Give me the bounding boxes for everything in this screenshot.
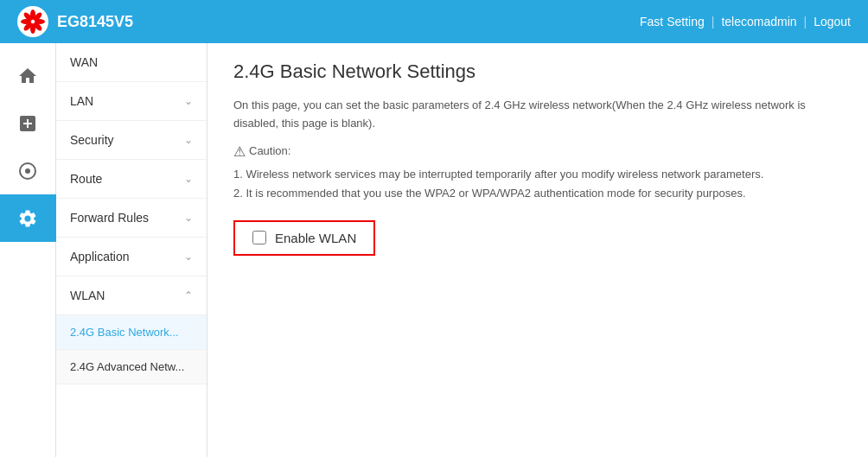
submenu-label-2g-basic: 2.4G Basic Network... <box>70 326 179 339</box>
sidebar-icon-settings[interactable] <box>0 194 56 242</box>
home-icon <box>17 66 38 86</box>
menu-label-wan: WAN <box>70 55 98 69</box>
fast-setting-link[interactable]: Fast Setting <box>640 15 705 29</box>
caution-item-1: 1. Wireless network services may be inte… <box>233 165 842 184</box>
sidebar-icon-home[interactable] <box>0 52 56 99</box>
header: EG8145V5 Fast Setting | telecomadmin | L… <box>0 0 868 43</box>
menu-item-forward-rules[interactable]: Forward Rules ⌄ <box>56 199 207 238</box>
enable-wlan-box[interactable]: Enable WLAN <box>233 220 375 256</box>
chevron-down-icon: ⌄ <box>184 251 193 263</box>
sidebar-icon-monitor[interactable] <box>0 147 56 194</box>
main-layout: WAN LAN ⌄ Security ⌄ Route ⌄ Forward Rul… <box>0 43 868 457</box>
menu-item-security[interactable]: Security ⌄ <box>56 121 207 160</box>
description-text: On this page, you can set the basic para… <box>233 97 842 133</box>
page-title: 2.4G Basic Network Settings <box>233 60 842 83</box>
menu-label-route: Route <box>70 172 102 186</box>
warning-icon: ⚠ <box>233 140 246 163</box>
main-content: 2.4G Basic Network Settings On this page… <box>207 43 868 457</box>
chevron-down-icon: ⌄ <box>184 134 193 146</box>
caution-title: ⚠ Caution: <box>233 140 842 163</box>
menu-item-application[interactable]: Application ⌄ <box>56 238 207 276</box>
menu-item-lan[interactable]: LAN ⌄ <box>56 82 207 121</box>
chevron-down-icon: ⌄ <box>184 95 193 107</box>
menu-label-forward-rules: Forward Rules <box>70 211 149 225</box>
enable-wlan-label[interactable]: Enable WLAN <box>275 231 356 245</box>
logo-text: EG8145V5 <box>57 13 133 31</box>
menu-item-wan[interactable]: WAN <box>56 43 207 82</box>
nav-divider-1: | <box>712 15 715 29</box>
menu-label-security: Security <box>70 133 114 147</box>
caution-block: ⚠ Caution: 1. Wireless network services … <box>233 140 842 203</box>
monitor-icon <box>17 161 38 181</box>
chevron-down-icon: ⌄ <box>184 173 193 185</box>
chevron-up-icon: ⌃ <box>184 289 193 301</box>
header-nav: Fast Setting | telecomadmin | Logout <box>640 15 851 29</box>
submenu-item-2g-basic[interactable]: 2.4G Basic Network... <box>56 315 207 350</box>
menu-item-wlan[interactable]: WLAN ⌃ <box>56 276 207 315</box>
submenu-item-2g-advanced[interactable]: 2.4G Advanced Netw... <box>56 350 207 384</box>
menu-label-application: Application <box>70 250 130 263</box>
enable-wlan-checkbox[interactable] <box>252 231 266 244</box>
add-icon <box>17 113 38 134</box>
caution-item-2: 2. It is recommended that you use the WP… <box>233 184 842 203</box>
sidebar-icon-add[interactable] <box>0 99 56 147</box>
menu-label-lan: LAN <box>70 94 93 108</box>
logo: EG8145V5 <box>17 6 133 37</box>
sidebar-icons <box>0 43 56 457</box>
nav-divider-2: | <box>804 15 807 29</box>
sidebar-menu: WAN LAN ⌄ Security ⌄ Route ⌄ Forward Rul… <box>56 43 207 457</box>
submenu-label-2g-advanced: 2.4G Advanced Netw... <box>70 360 184 373</box>
menu-item-route[interactable]: Route ⌄ <box>56 160 207 199</box>
gear-icon <box>17 208 38 229</box>
chevron-down-icon: ⌄ <box>184 212 193 224</box>
user-link[interactable]: telecomadmin <box>721 15 796 29</box>
svg-point-10 <box>25 168 30 174</box>
huawei-logo-icon <box>17 6 48 37</box>
caution-label: Caution: <box>249 142 290 161</box>
logout-link[interactable]: Logout <box>814 15 851 29</box>
menu-label-wlan: WLAN <box>70 289 105 302</box>
